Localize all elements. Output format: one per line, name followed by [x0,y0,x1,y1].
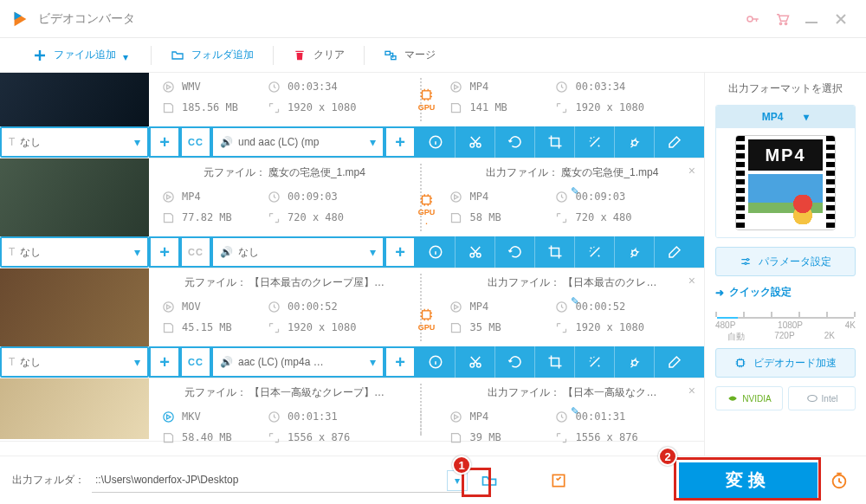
nvidia-chip[interactable]: NVIDIA [715,386,783,410]
add-folder-button[interactable]: フォルダ追加 [162,42,262,68]
merge-button[interactable]: マージ [375,42,444,68]
format-icon [161,300,175,313]
rotate-button[interactable] [495,346,535,378]
add-subtitle-button[interactable]: + [149,236,180,268]
edit-button[interactable] [655,126,695,158]
edit-button[interactable] [655,236,695,268]
cc-button[interactable]: CC [180,236,211,268]
clear-button[interactable]: クリア [284,42,353,68]
dest-duration: 00:01:31 [576,410,626,423]
watermark-button[interactable] [615,236,655,268]
add-audio-button[interactable]: + [385,236,416,268]
gpu-badge: GPU [418,88,436,112]
subtitle-select[interactable]: T なし ▾ [0,236,149,268]
filesize-icon [449,100,463,114]
annotation-callout-1: 1 [452,456,471,475]
chevron-down-icon: ▾ [134,135,140,149]
dimensions-icon [267,210,281,224]
merge-label: マージ [404,48,436,62]
add-audio-button[interactable]: + [385,346,416,378]
convert-button[interactable]: 変換 [679,462,818,499]
output-format-box[interactable]: MP4 ▾ MP4 [715,105,856,238]
dest-format: MP4 [470,410,548,423]
svg-point-30 [163,411,172,421]
svg-rect-3 [805,22,818,23]
remove-item-button[interactable]: × [688,384,695,397]
conversion-arrow: GPU [417,293,437,346]
license-key-button[interactable] [738,6,767,32]
task-list-button[interactable] [544,468,573,494]
rotate-button[interactable] [495,236,535,268]
filesize-icon [449,320,463,334]
dimensions-icon [267,320,281,334]
effects-button[interactable] [575,126,615,158]
trim-button[interactable] [456,236,495,268]
speaker-icon: 🔊 [220,246,233,258]
remove-item-button[interactable]: × [688,164,695,178]
conversion-arrow [417,403,437,441]
list-item: 元ファイル： 【日本最古のクレープ屋】… 出力ファイル： 【日本最古のクレ… ✎… [0,268,704,378]
minimize-button[interactable] [797,6,826,32]
trim-button[interactable] [456,126,495,158]
crop-button[interactable] [535,126,575,158]
format-icon [161,80,175,94]
dest-size: 39 MB [470,431,548,443]
watermark-button[interactable] [615,126,655,158]
svg-point-32 [451,411,461,421]
add-file-button[interactable]: ファイル追加 ▾ [24,42,140,68]
audio-select[interactable]: 🔊 なし ▾ [211,236,385,268]
clear-label: クリア [313,48,345,62]
output-format-header[interactable]: MP4 ▾ [716,106,855,128]
subtitle-value: なし [20,355,41,370]
svg-rect-8 [423,91,430,99]
audio-select[interactable]: 🔊 aac (LC) (mp4a … ▾ [211,346,385,378]
edit-button[interactable] [655,346,695,378]
gpu-accel-button[interactable]: ビデオカード加速 [715,348,856,378]
subtitle-select[interactable]: T なし ▾ [0,346,149,378]
crop-button[interactable] [535,236,575,268]
list-item: 元ファイル： 【日本一高級なクレープ】… 出力ファイル： 【日本一高級なク… ✎… [0,378,704,442]
add-audio-button[interactable]: + [385,126,416,158]
svg-rect-36 [738,360,744,366]
info-button[interactable] [416,346,456,378]
remove-item-button[interactable]: × [688,274,695,288]
side-panel: 出力フォーマットを選択 MP4 ▾ MP4 パラメータ設定 ➜ クイック設定 [705,73,866,456]
subtitle-select[interactable]: T なし ▾ [0,126,149,158]
output-folder-input[interactable] [92,468,464,493]
clock-icon [267,300,281,313]
add-subtitle-button[interactable]: + [149,126,180,158]
rotate-button[interactable] [495,126,535,158]
sliders-icon [740,255,752,268]
schedule-button[interactable] [824,468,854,494]
add-subtitle-button[interactable]: + [149,346,180,378]
effects-button[interactable] [575,346,615,378]
quick-resolution-slider[interactable]: 480P 1080P 4K 自動 720P 2K [715,308,856,339]
format-icon [449,300,463,313]
close-button[interactable] [826,6,856,32]
source-duration: 00:00:52 [288,300,338,313]
watermark-button[interactable] [615,346,655,378]
cc-button[interactable]: CC [180,346,211,378]
clock-icon [555,190,569,204]
parameter-settings-button[interactable]: パラメータ設定 [715,247,856,276]
info-button[interactable] [416,236,456,268]
source-duration: 00:03:34 [288,81,338,93]
dest-format: MP4 [470,81,548,93]
dest-format: MP4 [470,191,548,203]
thumbnail[interactable] [0,73,149,126]
plus-icon [33,48,47,62]
edit-toolbar [416,236,704,268]
effects-button[interactable] [575,236,615,268]
audio-select[interactable]: 🔊 und aac (LC) (mp ▾ [211,126,385,158]
trim-button[interactable] [456,346,495,378]
gpu-vendor-row: NVIDIA Intel [715,386,856,410]
open-folder-button[interactable] [475,468,504,494]
gpu-label: GPU [418,323,436,332]
dest-size: 35 MB [470,321,548,333]
crop-button[interactable] [535,346,575,378]
intel-chip[interactable]: Intel [788,386,856,410]
cart-button[interactable] [767,6,797,32]
cc-button[interactable]: CC [180,126,211,158]
separator [364,46,365,65]
info-button[interactable] [416,126,456,158]
